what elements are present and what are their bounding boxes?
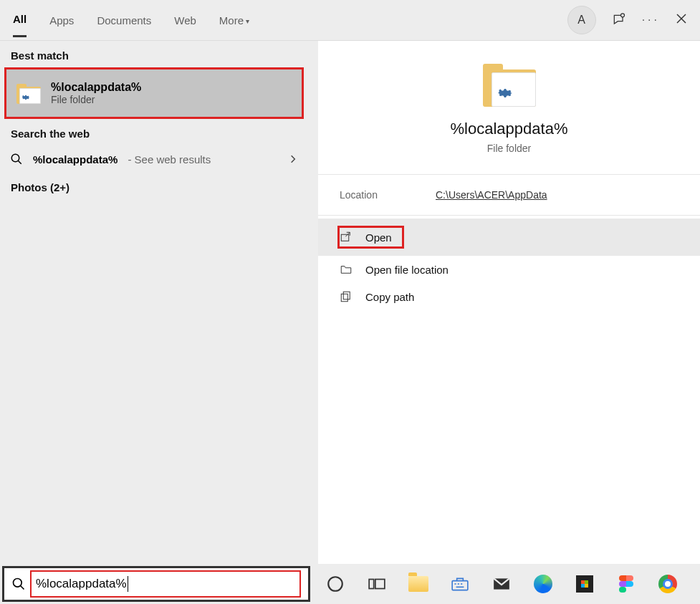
search-header: All Apps Documents Web More A ···: [0, 0, 700, 41]
svg-point-10: [328, 577, 342, 591]
search-web-header: Search the web: [0, 119, 308, 145]
folder-icon-large: [483, 61, 536, 107]
action-open-file-location[interactable]: Open file location: [318, 256, 700, 283]
best-match-result[interactable]: %localappdata% File folder: [4, 67, 304, 119]
filter-tabs: All Apps Documents Web More: [13, 3, 249, 37]
chevron-right-icon: [288, 154, 298, 164]
action-open-location-label: Open file location: [365, 264, 449, 276]
svg-rect-12: [375, 580, 385, 589]
web-result-suffix: - See web results: [128, 153, 211, 166]
svg-rect-6: [343, 292, 350, 299]
action-open-label: Open: [365, 231, 392, 244]
close-button[interactable]: [676, 13, 687, 27]
best-match-subtitle: File folder: [51, 94, 141, 105]
svg-line-4: [18, 160, 21, 164]
action-list: Open Open file location Copy path: [318, 216, 700, 310]
microsoft-store-icon[interactable]: [575, 574, 595, 594]
user-avatar[interactable]: A: [567, 6, 596, 34]
svg-rect-5: [341, 234, 349, 241]
location-path[interactable]: C:\Users\ACER\AppData: [436, 189, 547, 201]
search-box[interactable]: %localappdata%: [2, 566, 310, 602]
search-icon: [11, 577, 26, 591]
folder-location-icon: [340, 263, 353, 276]
preview-header: %localappdata% File folder: [318, 41, 700, 175]
location-label: Location: [340, 189, 436, 201]
location-row: Location C:\Users\ACER\AppData: [318, 175, 700, 216]
tab-documents[interactable]: Documents: [97, 4, 151, 37]
header-actions: A ···: [567, 6, 687, 34]
best-match-text: %localappdata% File folder: [51, 81, 141, 105]
action-copy-path[interactable]: Copy path: [318, 283, 700, 310]
copy-icon: [340, 290, 353, 303]
cortana-icon[interactable]: [325, 574, 345, 594]
preview-title: %localappdata%: [451, 120, 568, 138]
results-column: Best match %localappdata% File folder Se…: [0, 41, 308, 564]
search-input[interactable]: %localappdata%: [30, 570, 301, 598]
edge-icon[interactable]: [533, 574, 553, 594]
preview-subtitle: File folder: [487, 143, 531, 154]
folder-icon: [16, 82, 41, 104]
open-icon: [340, 231, 353, 244]
photos-header[interactable]: Photos (2+): [0, 173, 308, 199]
taskbar: [312, 564, 700, 604]
search-body: Best match %localappdata% File folder Se…: [0, 41, 700, 564]
search-input-value: %localappdata%: [36, 577, 127, 591]
web-result-query: %localappdata%: [33, 153, 118, 166]
chrome-icon[interactable]: [658, 574, 678, 594]
bottom-bar: %localappdata%: [0, 564, 700, 604]
action-open[interactable]: Open: [318, 219, 700, 256]
svg-rect-13: [452, 581, 468, 590]
tab-more[interactable]: More: [219, 4, 249, 37]
web-result-row[interactable]: %localappdata% - See web results: [0, 145, 308, 173]
tab-all[interactable]: All: [13, 3, 27, 37]
tab-web[interactable]: Web: [174, 4, 196, 37]
svg-line-9: [21, 586, 24, 590]
tab-apps[interactable]: Apps: [49, 4, 74, 37]
action-copy-path-label: Copy path: [365, 291, 414, 303]
search-icon: [10, 153, 23, 166]
more-options-icon[interactable]: ···: [642, 14, 660, 27]
preview-pane: %localappdata% File folder Location C:\U…: [318, 41, 700, 564]
svg-rect-7: [341, 294, 347, 302]
svg-point-3: [11, 154, 19, 162]
figma-icon[interactable]: [616, 574, 636, 594]
svg-rect-11: [369, 580, 374, 589]
svg-point-8: [14, 579, 22, 588]
feedback-icon[interactable]: [612, 13, 626, 27]
file-explorer-icon[interactable]: [408, 574, 428, 594]
best-match-header: Best match: [0, 41, 308, 67]
svg-point-0: [620, 14, 624, 17]
task-view-icon[interactable]: [367, 574, 387, 594]
mail-icon[interactable]: [492, 574, 512, 594]
best-match-title: %localappdata%: [51, 81, 141, 94]
on-screen-keyboard-icon[interactable]: [450, 574, 470, 594]
